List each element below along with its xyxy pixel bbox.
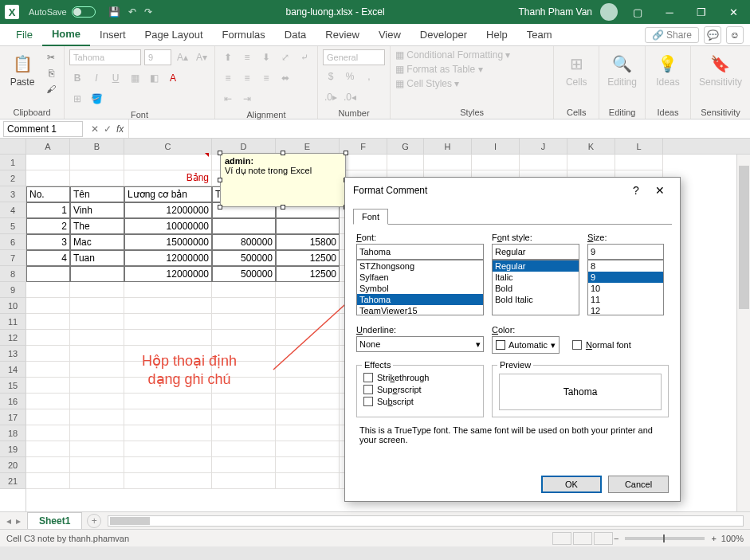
cell-b3[interactable]: Tên — [70, 186, 124, 202]
restore-icon[interactable]: ❐ — [689, 6, 713, 18]
italic-button[interactable]: I — [88, 70, 104, 86]
vertical-scrollbar[interactable] — [736, 155, 750, 511]
align-bot-icon[interactable]: ⬇ — [258, 49, 274, 65]
share-button[interactable]: 🔗 Share — [645, 27, 699, 43]
tab-home[interactable]: Home — [42, 23, 90, 46]
align-right-icon[interactable]: ≡ — [258, 70, 274, 86]
list-item[interactable]: Regular — [493, 260, 579, 272]
list-item[interactable]: 12 — [588, 305, 663, 315]
fill-color-icon[interactable]: ◧ — [146, 70, 162, 86]
borders-icon[interactable]: ⊞ — [69, 91, 85, 107]
comments-icon[interactable]: 💬 — [704, 26, 721, 44]
row-header[interactable]: 8 — [0, 266, 26, 282]
decrease-font-icon[interactable]: A▾ — [194, 49, 210, 65]
autosave-toggle[interactable]: AutoSave — [29, 6, 96, 18]
view-pagebreak-icon[interactable] — [594, 532, 613, 545]
row-header[interactable]: 12 — [0, 330, 26, 346]
align-mid-icon[interactable]: ≡ — [239, 49, 255, 65]
align-center-icon[interactable]: ≡ — [239, 70, 255, 86]
row-header[interactable]: 19 — [0, 441, 26, 457]
tab-data[interactable]: Data — [275, 24, 316, 45]
view-normal-icon[interactable] — [552, 532, 571, 545]
underline-combo[interactable]: None▾ — [356, 336, 484, 352]
list-item[interactable]: Tahoma — [357, 294, 483, 305]
cells-button[interactable]: ⊞Cells — [559, 49, 594, 91]
cell-c3[interactable]: Lương cơ bản — [124, 186, 212, 202]
increase-font-icon[interactable]: A▴ — [175, 49, 190, 65]
superscript-checkbox[interactable]: Superscript — [363, 385, 477, 394]
cell-styles-button[interactable]: ▦ Cell Styles ▾ — [395, 78, 459, 89]
col-header[interactable]: E — [276, 139, 340, 154]
copy-icon[interactable]: ⎘ — [43, 65, 59, 81]
col-header[interactable]: C — [124, 139, 212, 154]
align-top-icon[interactable]: ⬆ — [220, 49, 236, 65]
row-header[interactable]: 21 — [0, 473, 26, 489]
minimize-icon[interactable]: ─ — [658, 6, 681, 18]
ideas-button[interactable]: 💡Ideas — [650, 49, 685, 91]
fontstyle-list[interactable]: Regular Italic Bold Bold Italic — [492, 260, 579, 315]
font-color-icon[interactable]: A — [165, 70, 181, 86]
col-header[interactable]: A — [26, 139, 70, 154]
row-header[interactable]: 18 — [0, 425, 26, 441]
row-header[interactable]: 15 — [0, 378, 26, 394]
underline-button[interactable]: U — [108, 70, 124, 86]
normal-font-checkbox[interactable]: Normal font — [572, 340, 631, 350]
tab-insert[interactable]: Insert — [90, 24, 135, 45]
comment-box[interactable]: admin: Ví dụ note trong Excel — [220, 153, 346, 207]
orientation-icon[interactable]: ⤢ — [277, 49, 293, 65]
col-header[interactable]: I — [472, 139, 520, 154]
size-input[interactable] — [587, 244, 664, 260]
row-header[interactable]: 14 — [0, 362, 26, 378]
sheet-tab[interactable]: Sheet1 — [27, 512, 82, 529]
list-item[interactable]: 8 — [588, 260, 663, 272]
paste-button[interactable]: 📋 Paste — [5, 49, 40, 91]
tab-page-layout[interactable]: Page Layout — [135, 24, 213, 45]
add-sheet-button[interactable]: + — [87, 514, 101, 528]
cancel-formula-icon[interactable]: ✕ — [91, 123, 99, 135]
list-item[interactable]: Bold — [493, 283, 579, 294]
smiley-icon[interactable]: ☺ — [726, 26, 744, 44]
border-icon[interactable]: ▦ — [127, 70, 143, 86]
save-icon[interactable]: 💾 — [108, 6, 120, 18]
inc-decimal-icon[interactable]: .0▸ — [323, 89, 339, 105]
ok-button[interactable]: OK — [541, 476, 602, 493]
font-input[interactable] — [356, 244, 484, 260]
row-header[interactable]: 11 — [0, 314, 26, 330]
list-item[interactable]: Bold Italic — [493, 294, 579, 305]
tab-view[interactable]: View — [369, 24, 410, 45]
number-format-combo[interactable]: General — [323, 49, 385, 65]
cond-format-button[interactable]: ▦ Conditional Formatting ▾ — [395, 49, 510, 61]
row-header[interactable]: 6 — [0, 234, 26, 250]
ribbon-options-icon[interactable]: ▢ — [626, 6, 650, 18]
zoom-out-icon[interactable]: − — [614, 534, 618, 543]
currency-icon[interactable]: $ — [323, 69, 339, 84]
redo-icon[interactable]: ↷ — [144, 6, 152, 18]
percent-icon[interactable]: % — [342, 69, 358, 84]
row-header[interactable]: 9 — [0, 282, 26, 298]
col-header[interactable]: J — [520, 139, 567, 154]
formula-input[interactable] — [128, 119, 750, 138]
col-header[interactable]: G — [387, 139, 424, 154]
horizontal-scrollbar[interactable] — [108, 515, 744, 527]
indent-dec-icon[interactable]: ⇤ — [220, 91, 236, 107]
font-size-combo[interactable]: 9 — [144, 49, 171, 65]
cancel-button[interactable]: Cancel — [608, 476, 669, 493]
color-combo[interactable]: Automatic▾ — [492, 336, 560, 354]
list-item[interactable]: 11 — [588, 294, 663, 305]
list-item[interactable]: STZhongsong — [357, 260, 483, 272]
tab-help[interactable]: Help — [477, 24, 517, 45]
row-header[interactable]: 17 — [0, 409, 26, 425]
format-table-button[interactable]: ▦ Format as Table ▾ — [395, 64, 483, 75]
close-icon[interactable]: ✕ — [648, 184, 672, 197]
fill-icon[interactable]: 🪣 — [88, 91, 104, 107]
tab-font[interactable]: Font — [353, 209, 388, 225]
list-item[interactable]: Sylfaen — [357, 272, 483, 283]
view-layout-icon[interactable] — [573, 532, 592, 545]
size-list[interactable]: 8 9 10 11 12 14 — [587, 260, 664, 315]
font-name-combo[interactable]: Tahoma — [69, 49, 141, 65]
select-all-corner[interactable] — [0, 139, 26, 155]
row-header[interactable]: 4 — [0, 202, 26, 218]
zoom-slider[interactable] — [625, 537, 705, 540]
toggle-off-icon[interactable] — [72, 6, 96, 18]
subscript-checkbox[interactable]: Subscript — [363, 397, 477, 406]
